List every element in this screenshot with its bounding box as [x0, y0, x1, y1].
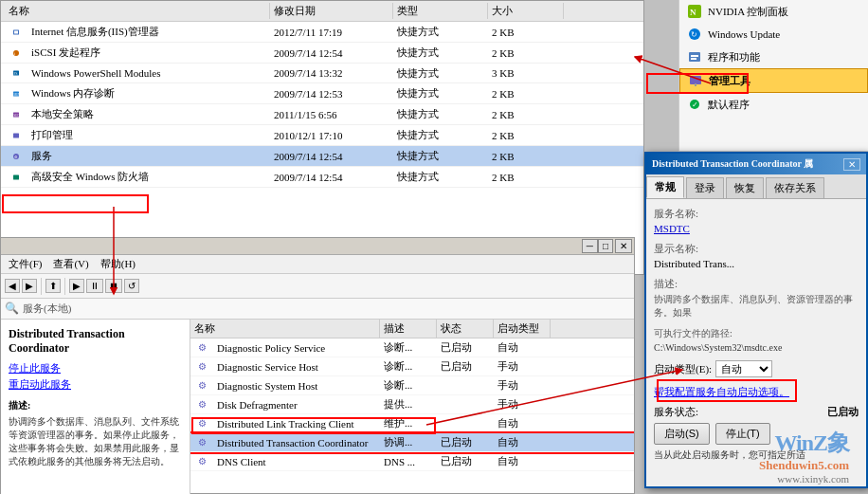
svc-status-1: 已启动	[437, 358, 494, 375]
startup-type-select[interactable]: 自动 手动 禁用	[715, 360, 772, 377]
service-description: 协调跨多个数据库、消息队列、文件系统等资源管理器的事务。如果停止此服务，这些事务…	[9, 415, 182, 468]
svc-status-2	[437, 385, 494, 387]
tab-logon[interactable]: 登录	[686, 177, 724, 198]
table-row[interactable]: MEM Windows 内存诊断 2009/7/14 12:53 快捷方式 2 …	[1, 83, 643, 104]
svc-desc-6: DNS ...	[380, 455, 437, 468]
svg-rect-15	[14, 30, 18, 33]
table-row[interactable]: Internet 信息服务(IIS)管理器 2012/7/11 17:19 快捷…	[1, 22, 643, 43]
forward-btn[interactable]: ▶	[22, 279, 37, 293]
file-name-7: 高级安全 Windows 防火墙	[27, 169, 153, 185]
menu-item-windows-update[interactable]: ↻ Windows Update	[679, 23, 868, 46]
svc-col-startup: 启动类型	[494, 320, 551, 338]
stop-service-link[interactable]: 停止此服务	[9, 361, 182, 375]
list-item[interactable]: ⚙ Distributed Link Tracking Client 维护...…	[190, 414, 634, 433]
svc-status-6: 已启动	[437, 453, 494, 469]
list-item[interactable]: ⚙ Diagnostic Service Host 诊断... 已启动 手动	[190, 357, 634, 376]
svg-text:SEC: SEC	[14, 113, 20, 117]
table-row[interactable]: 打印管理 2010/12/1 17:10 快捷方式 2 KB	[1, 125, 643, 146]
restore-btn[interactable]: □	[598, 239, 613, 253]
tab-recovery[interactable]: 恢复	[726, 177, 764, 198]
svc-status-4	[437, 423, 494, 425]
menu-file[interactable]: 文件(F)	[9, 257, 42, 271]
up-btn[interactable]: ⬆	[45, 279, 61, 293]
list-item-dtc[interactable]: ⚙ Distributed Transaction Coordinator 协调…	[190, 433, 634, 452]
col-type: 类型	[393, 3, 488, 19]
exec-path-label: 可执行文件的路径:	[654, 327, 859, 340]
file-size-2: 3 KB	[488, 66, 564, 80]
svc-startup-3: 手动	[494, 396, 551, 412]
file-size-4: 2 KB	[488, 108, 564, 121]
file-name-6: 服务	[27, 148, 56, 164]
table-row-services[interactable]: ⚙ 服务 2009/7/14 12:54 快捷方式 2 KB	[1, 146, 643, 167]
back-btn[interactable]: ◀	[5, 279, 20, 293]
restart-btn[interactable]: ↺	[124, 279, 139, 293]
table-row[interactable]: SEC 本地安全策略 2011/1/15 6:56 快捷方式 2 KB	[1, 104, 643, 125]
file-type-3: 快捷方式	[393, 85, 488, 101]
restart-service-link[interactable]: 重启动此服务	[9, 377, 182, 392]
nvidia-icon: N	[687, 4, 702, 19]
menu-item-programs[interactable]: 程序和功能	[679, 46, 868, 68]
file-icon-0	[9, 25, 24, 40]
file-type-7: 快捷方式	[393, 169, 488, 185]
svc-startup-1: 手动	[494, 358, 551, 375]
svc-desc-1: 诊断...	[380, 358, 437, 375]
list-item[interactable]: ⚙ DNS Client DNS ... 已启动 自动	[190, 452, 634, 471]
svg-rect-8	[691, 55, 698, 57]
file-row-name-1: i iSCSI 发起程序	[5, 44, 270, 62]
svg-text:✓: ✓	[692, 101, 698, 109]
table-row[interactable]: i iSCSI 发起程序 2009/7/14 12:54 快捷方式 2 KB	[1, 43, 643, 64]
startup-help-link: 帮我配置服务自动启动选项。	[654, 385, 859, 399]
table-row[interactable]: 高级安全 Windows 防火墙 2009/7/14 12:54 快捷方式 2 …	[1, 167, 643, 188]
svc-icon-3: ⚙	[194, 398, 210, 411]
tab-dependencies[interactable]: 依存关系	[766, 177, 824, 198]
windows-update-label: Windows Update	[708, 28, 780, 40]
file-date-6: 2009/7/14 12:54	[270, 150, 393, 163]
svc-name-3: ⚙ Disk Defragmenter	[190, 397, 380, 412]
services-right-panel: 名称 描述 状态 启动类型 ⚙ Diagnostic Policy Servic…	[190, 320, 634, 494]
svg-text:PS: PS	[14, 72, 18, 76]
pause-btn[interactable]: ⏸	[86, 279, 103, 293]
exec-path-value: C:\Windows\System32\msdtc.exe	[654, 342, 859, 353]
toolbar-divider	[41, 278, 42, 295]
svg-rect-11	[695, 83, 696, 86]
list-item[interactable]: ⚙ Diagnostic Policy Service 诊断... 已启动 自动	[190, 338, 634, 357]
services-left-panel: Distributed Transaction Coordinator 停止此服…	[1, 320, 190, 494]
dialog-close-btn[interactable]: ✕	[843, 158, 860, 171]
file-type-4: 快捷方式	[393, 106, 488, 122]
menu-item-nvidia[interactable]: N NVIDIA 控制面板	[679, 0, 868, 23]
table-row[interactable]: PS Windows PowerShell Modules 2009/7/14 …	[1, 64, 643, 83]
minimize-btn[interactable]: ─	[582, 239, 598, 253]
tab-general[interactable]: 常规	[646, 176, 684, 198]
svc-icon-5: ⚙	[194, 436, 210, 448]
programs-label: 程序和功能	[708, 50, 760, 64]
status-label: 服务状态:	[654, 405, 698, 419]
menu-item-default-programs[interactable]: ✓ 默认程序	[679, 93, 868, 116]
svg-rect-27	[13, 174, 19, 179]
display-name-label: 显示名称:	[654, 242, 859, 256]
list-item[interactable]: ⚙ Diagnostic System Host 诊断... 手动	[190, 376, 634, 395]
desc-label: 描述:	[9, 399, 182, 412]
close-btn[interactable]: ✕	[615, 239, 632, 253]
dialog-titlebar: Distributed Transaction Coordinator 属 ✕	[646, 154, 866, 174]
file-date-2: 2009/7/14 13:32	[270, 66, 393, 80]
list-item[interactable]: ⚙ Disk Defragmenter 提供... 手动	[190, 395, 634, 414]
svc-desc-4: 维护...	[380, 415, 437, 431]
file-row-name-3: MEM Windows 内存诊断	[5, 84, 270, 102]
svc-desc-2: 诊断...	[380, 377, 437, 393]
svc-status-5: 已启动	[437, 434, 494, 450]
menu-help[interactable]: 帮助(H)	[100, 257, 136, 271]
svg-rect-10	[690, 76, 701, 84]
stop-btn[interactable]: ⏹	[105, 279, 122, 293]
right-context-menu: N NVIDIA 控制面板 ↻ Windows Update 程序和功能 管理工…	[678, 0, 868, 152]
start-button[interactable]: 启动(S)	[654, 423, 710, 445]
menu-view[interactable]: 查看(V)	[53, 257, 88, 271]
windows-update-icon: ↻	[687, 27, 702, 42]
svc-desc-0: 诊断...	[380, 339, 437, 356]
services-content: Distributed Transaction Coordinator 停止此服…	[1, 320, 634, 494]
svc-name-value[interactable]: MSDTC	[654, 223, 859, 234]
svc-col-status: 状态	[437, 320, 494, 338]
startup-help-anchor[interactable]: 帮我配置服务自动启动选项。	[654, 386, 789, 397]
menu-item-admin-tools[interactable]: 管理工具	[679, 68, 868, 93]
svc-icon-0: ⚙	[194, 341, 210, 354]
play-btn[interactable]: ▶	[69, 279, 84, 293]
